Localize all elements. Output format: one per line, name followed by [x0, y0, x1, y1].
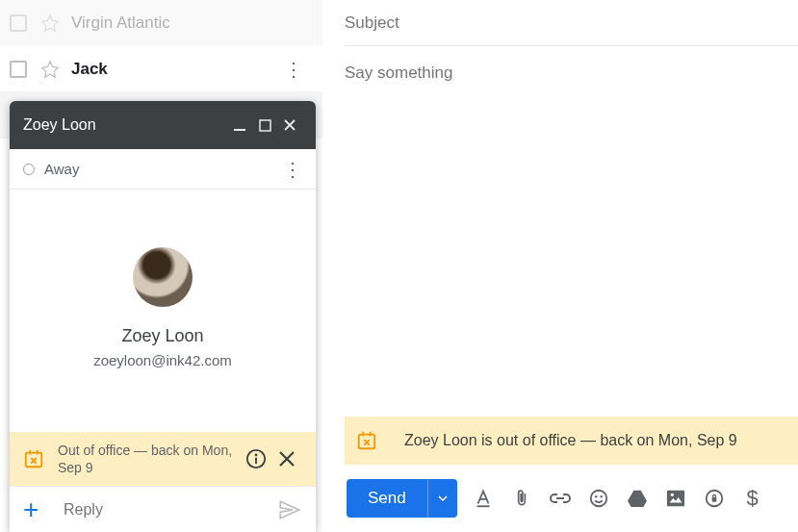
svg-point-16 — [670, 494, 673, 496]
popout-button[interactable] — [252, 113, 277, 138]
info-button[interactable] — [241, 443, 271, 474]
svg-rect-3 — [29, 450, 31, 455]
svg-point-14 — [600, 495, 602, 497]
profile-name: Zoey Loon — [121, 326, 203, 346]
svg-rect-15 — [667, 491, 684, 506]
svg-rect-9 — [362, 432, 364, 437]
image-icon[interactable] — [663, 486, 688, 511]
compose-ooo-banner: Zoey Loon is out of office — back on Mon… — [345, 417, 798, 465]
compose-panel: Zoey Loon is out of office — back on Mon… — [345, 0, 798, 532]
svg-point-12 — [590, 491, 606, 507]
link-icon[interactable] — [548, 486, 573, 511]
away-status-icon — [23, 164, 35, 175]
profile-area: Zoey Loon zoeyloon@ink42.com — [10, 190, 316, 432]
svg-rect-1 — [260, 120, 270, 131]
profile-email: zoeyloon@ink42.com — [93, 352, 232, 368]
svg-rect-0 — [234, 129, 245, 131]
svg-rect-18 — [711, 497, 716, 502]
more-icon[interactable]: ⋮ — [284, 58, 303, 81]
chat-status-bar: Away ⋮ — [10, 149, 316, 190]
body-area — [345, 46, 798, 417]
mail-row[interactable]: Jack ⋮ — [0, 46, 322, 92]
ooo-text: Out of office — back on Mon, Sep 9 — [58, 442, 241, 476]
send-button[interactable]: Send — [347, 479, 427, 518]
status-text: Away — [44, 161, 283, 177]
add-button[interactable]: + — [23, 494, 54, 525]
more-icon[interactable]: ⋮ — [283, 158, 302, 181]
close-button[interactable] — [277, 113, 302, 138]
reply-input[interactable] — [54, 501, 277, 519]
checkbox[interactable] — [10, 61, 27, 78]
star-icon[interactable] — [40, 13, 60, 33]
svg-rect-4 — [37, 450, 39, 455]
reply-bar: + — [10, 486, 316, 532]
body-input[interactable] — [345, 63, 798, 83]
emoji-icon[interactable] — [586, 486, 611, 511]
chat-contact-name: Zoey Loon — [23, 116, 227, 134]
svg-rect-7 — [255, 457, 257, 463]
svg-rect-11 — [476, 505, 489, 507]
dismiss-button[interactable] — [271, 443, 302, 474]
confidential-icon[interactable] — [702, 486, 727, 511]
send-options-button[interactable] — [427, 479, 457, 518]
star-icon[interactable] — [40, 60, 60, 79]
calendar-busy-icon — [356, 430, 377, 451]
chat-window: Zoey Loon Away ⋮ Zoey Loon zoeyloon@ink4… — [10, 101, 316, 532]
subject-row — [345, 0, 798, 46]
compose-ooo-text: Zoey Loon is out of office — back on Mon… — [404, 432, 737, 449]
subject-input[interactable] — [345, 13, 798, 33]
sender-name: Virgin Atlantic — [71, 13, 170, 33]
avatar — [133, 247, 193, 307]
minimize-button[interactable] — [227, 113, 252, 138]
money-icon[interactable]: $ — [740, 486, 765, 511]
svg-point-13 — [595, 495, 597, 497]
chat-header: Zoey Loon — [10, 101, 316, 149]
checkbox[interactable] — [10, 14, 27, 32]
mail-row[interactable]: Virgin Atlantic — [0, 0, 322, 46]
format-icon[interactable] — [471, 486, 496, 511]
calendar-busy-icon — [23, 448, 44, 469]
sender-name: Jack — [71, 60, 108, 79]
svg-point-6 — [255, 453, 258, 456]
compose-toolbar: Send $ — [345, 465, 798, 532]
attach-icon[interactable] — [509, 486, 534, 511]
svg-rect-10 — [370, 432, 372, 437]
send-chat-icon[interactable] — [277, 497, 302, 522]
drive-icon[interactable] — [625, 486, 650, 511]
ooo-banner: Out of office — back on Mon, Sep 9 — [10, 432, 316, 486]
send-button-group: Send — [347, 479, 457, 518]
